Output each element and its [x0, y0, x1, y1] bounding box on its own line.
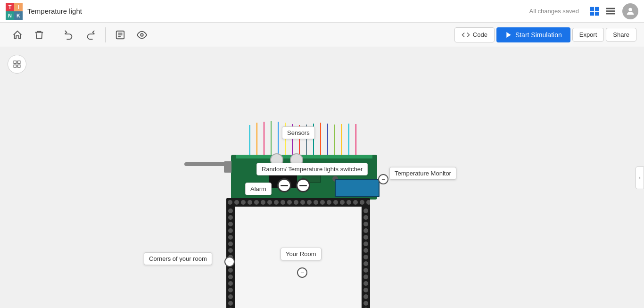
sensors-label: Sensors	[282, 126, 315, 139]
code-button[interactable]: Code	[454, 27, 495, 42]
svg-rect-38	[18, 65, 20, 67]
logo-n: N	[6, 11, 14, 20]
collapse-panel-button[interactable]: ›	[636, 166, 644, 189]
logo-k: K	[14, 11, 23, 20]
saved-status: All changes saved	[529, 8, 579, 15]
svg-point-12	[140, 33, 143, 36]
delete-icon	[34, 30, 44, 40]
export-button[interactable]: Export	[572, 28, 604, 42]
your-room-label: Your Room	[281, 248, 322, 260]
svg-rect-1	[595, 7, 599, 10]
alarm-label: Alarm	[245, 183, 272, 195]
notes-icon	[115, 30, 125, 40]
logo-t: T	[6, 3, 14, 11]
start-simulation-button[interactable]: Start Simulation	[496, 27, 570, 42]
logo-i: I	[14, 3, 23, 11]
svg-rect-35	[14, 61, 16, 63]
corners-room-minus-button[interactable]: −	[224, 257, 235, 267]
focus-icon	[13, 60, 21, 68]
svg-marker-13	[506, 32, 511, 38]
toolbar: Code Start Simulation Export Share	[0, 23, 644, 47]
temperature-monitor-label: Temperature Monitor	[389, 167, 456, 180]
svg-rect-36	[18, 61, 20, 63]
buzzer-1	[277, 178, 291, 192]
share-button[interactable]: Share	[606, 28, 636, 42]
grid-icon	[589, 6, 600, 17]
view-button[interactable]	[132, 26, 152, 44]
svg-rect-4	[606, 8, 615, 9]
buzzer-2	[296, 178, 310, 192]
svg-rect-0	[590, 7, 594, 10]
random-temp-minus-button[interactable]: −	[378, 174, 388, 184]
chevron-right-icon: ›	[639, 175, 641, 181]
list-icon	[605, 6, 616, 17]
project-title: Temperature light	[27, 7, 529, 15]
code-label: Code	[473, 31, 487, 38]
delete-button[interactable]	[29, 26, 49, 44]
code-icon	[462, 31, 470, 39]
start-simulation-label: Start Simulation	[515, 31, 562, 39]
svg-rect-6	[606, 13, 615, 14]
list-view-button[interactable]	[603, 3, 619, 19]
eye-icon	[137, 30, 147, 40]
canvas-area[interactable]: Sensors Random/ Temperature lights switc…	[0, 47, 644, 308]
notes-button[interactable]	[110, 26, 130, 44]
toolbar-divider-2	[105, 27, 106, 42]
toolbar-divider-1	[54, 27, 54, 42]
topbar: T I N K Temperature light All changes sa…	[0, 0, 644, 23]
lcd-screen	[335, 179, 380, 197]
focus-button[interactable]	[8, 55, 26, 74]
random-temp-label: Random/ Temperature lights switcher	[256, 163, 368, 175]
logo: T I N K	[6, 3, 23, 20]
avatar[interactable]	[622, 3, 638, 19]
home-icon	[12, 30, 23, 40]
redo-button[interactable]	[81, 26, 100, 44]
svg-rect-37	[14, 65, 16, 67]
svg-point-7	[628, 8, 632, 11]
svg-rect-3	[595, 11, 599, 15]
corners-of-room-label: Corners of your room	[144, 252, 212, 265]
share-label: Share	[613, 31, 629, 38]
redo-icon	[85, 30, 96, 40]
svg-rect-2	[590, 11, 594, 15]
export-label: Export	[579, 31, 597, 38]
user-icon	[625, 6, 636, 17]
your-room-minus-button[interactable]: −	[297, 267, 307, 278]
grid-view-button[interactable]	[586, 3, 603, 19]
play-icon	[505, 31, 512, 39]
svg-rect-5	[606, 10, 615, 12]
home-button[interactable]	[8, 26, 27, 44]
undo-icon	[64, 30, 74, 40]
undo-button[interactable]	[59, 26, 79, 44]
